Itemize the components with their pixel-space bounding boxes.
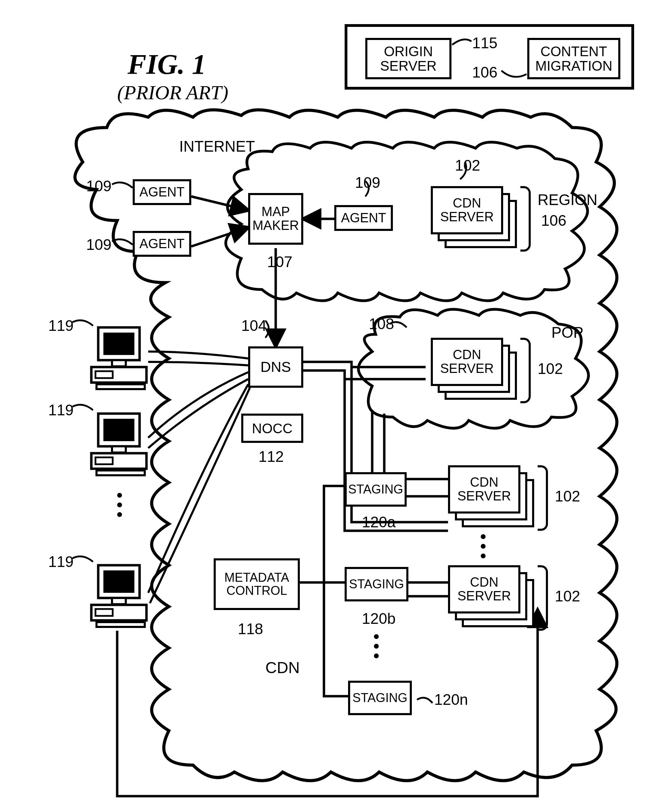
vdots-staging xyxy=(374,634,379,658)
cdn-server-middle-brace xyxy=(538,465,548,531)
legend-origin-server: ORIGIN SERVER xyxy=(365,38,451,79)
svg-rect-15 xyxy=(96,470,145,475)
pop-brace xyxy=(520,338,531,403)
cdn-server-middle-ref: 102 xyxy=(555,488,580,505)
agent3-ref: 109 xyxy=(355,174,380,191)
svg-rect-17 xyxy=(104,571,134,593)
cdn-server-b-ref: 102 xyxy=(555,588,580,605)
svg-line-1 xyxy=(191,227,248,246)
svg-rect-12 xyxy=(112,446,126,453)
cdn-server-box-b: CDN SERVER xyxy=(448,565,520,614)
figure-subtitle: (PRIOR ART) xyxy=(117,81,229,104)
svg-rect-20 xyxy=(96,609,113,616)
svg-rect-14 xyxy=(96,457,113,464)
staging-box-n: STAGING xyxy=(348,681,412,715)
cdn-server-box-middle: CDN SERVER xyxy=(448,465,520,514)
agent1-ref: 109 xyxy=(86,177,111,195)
nocc-box: NOCC xyxy=(241,414,303,443)
metadata-control-box: METADATA CONTROL xyxy=(213,558,300,610)
client-computer-1 xyxy=(88,324,153,394)
cdn-server-region-ref: 102 xyxy=(455,157,480,174)
legend-content-migration: CONTENT MIGRATION xyxy=(527,38,621,79)
agent2-ref: 109 xyxy=(86,236,111,253)
region-label: REGION xyxy=(538,191,598,209)
vdots-cdn-1 xyxy=(481,534,486,558)
svg-rect-5 xyxy=(104,333,134,355)
pop-cloud-ref: 108 xyxy=(369,315,394,333)
svg-rect-6 xyxy=(112,360,126,366)
client-1-ref: 119 xyxy=(48,317,73,334)
agent-box-3: AGENT xyxy=(334,205,393,231)
staging-b-ref: 120b xyxy=(362,610,396,627)
cdn-server-pop-ref: 102 xyxy=(538,360,563,377)
legend-origin-server-ref: 115 xyxy=(472,35,497,52)
cloud-internet-label: INTERNET xyxy=(179,138,255,155)
svg-rect-18 xyxy=(112,598,126,604)
svg-rect-21 xyxy=(96,622,145,627)
client-computer-2 xyxy=(88,410,153,481)
map-maker-ref: 107 xyxy=(267,253,292,270)
cdn-cloud-label: CDN xyxy=(265,658,300,677)
cdn-server-b-brace xyxy=(538,565,548,631)
vdots-clients xyxy=(117,493,122,517)
svg-rect-9 xyxy=(96,384,145,389)
dns-ref: 104 xyxy=(241,317,267,334)
pop-label: POP xyxy=(551,324,584,341)
client-computer-3 xyxy=(88,562,153,632)
diagram-stage: FIG. 1 (PRIOR ART) ORIGIN SERVER CONTENT… xyxy=(0,0,651,812)
region-ref: 106 xyxy=(541,212,566,229)
staging-n-ref: 120n xyxy=(434,691,468,708)
cloud-and-lines-overlay xyxy=(0,0,651,812)
agent-box-2: AGENT xyxy=(133,231,191,257)
region-brace xyxy=(520,186,531,252)
client-3-ref: 119 xyxy=(48,553,73,571)
staging-a-ref: 120a xyxy=(362,514,396,531)
figure-title: FIG. 1 xyxy=(128,48,206,81)
staging-box-a: STAGING xyxy=(345,472,407,507)
client-2-ref: 119 xyxy=(48,401,73,419)
svg-rect-8 xyxy=(96,371,113,378)
map-maker-box: MAP MAKER xyxy=(248,193,303,245)
svg-line-0 xyxy=(191,197,248,210)
staging-box-b: STAGING xyxy=(345,567,409,601)
agent-box-1: AGENT xyxy=(133,179,191,205)
cdn-server-box-region: CDN SERVER xyxy=(431,186,503,234)
svg-rect-11 xyxy=(104,419,134,441)
cdn-server-box-pop: CDN SERVER xyxy=(431,338,503,386)
legend-content-migration-ref: 106 xyxy=(472,64,497,81)
metadata-control-ref: 118 xyxy=(238,620,263,638)
nocc-ref: 112 xyxy=(258,448,284,465)
dns-box: DNS xyxy=(248,346,303,388)
